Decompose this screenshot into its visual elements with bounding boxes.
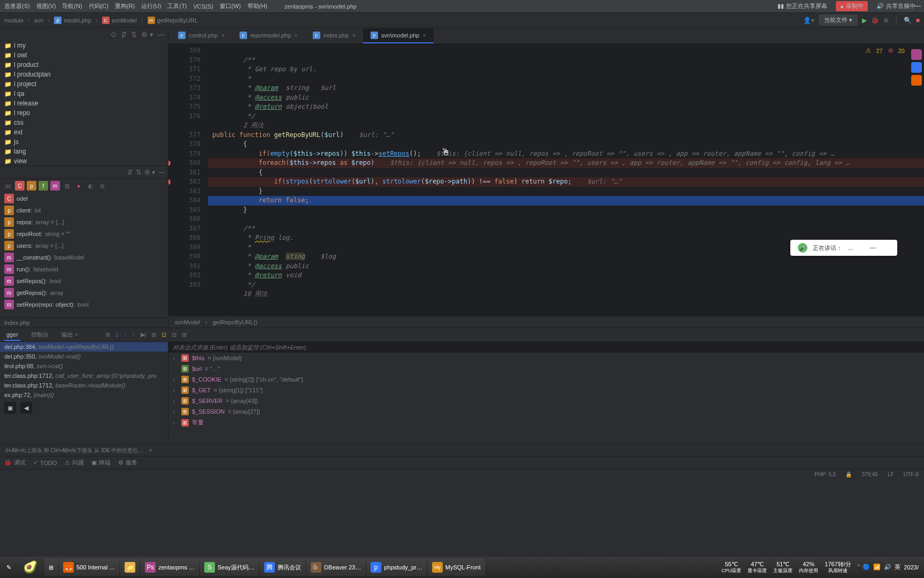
app-icon[interactable]: 🥑	[17, 558, 43, 576]
settings-icon[interactable]: ⚙ ▾	[141, 31, 153, 39]
hide-icon[interactable]: —	[158, 31, 165, 39]
volume-icon[interactable]: 🔊	[884, 564, 891, 571]
line-ending[interactable]: LF	[888, 471, 894, 477]
variables-panel[interactable]: ›⊞$this = {svnModel} ⊞$url = "…" ›⊞$_COO…	[168, 342, 924, 444]
breakpoint-icon[interactable]	[168, 161, 171, 166]
eval-icon[interactable]: ⊞	[151, 331, 156, 338]
sort-alpha-icon[interactable]: az	[3, 181, 13, 191]
user-icon[interactable]: 👤▾	[803, 17, 814, 24]
taskbar-search[interactable]: ✎	[2, 559, 16, 576]
tree-folder[interactable]: js	[0, 137, 168, 147]
gutter[interactable]: 3693703713723733743753763773783793803813…	[168, 44, 208, 316]
speaking-indicator[interactable]: 🎤 正在讲话：… •••	[790, 240, 897, 256]
menu-view[interactable]: 视图(V)	[36, 2, 56, 10]
taskbar-app[interactable]: 🦫DBeaver 23…	[306, 559, 365, 576]
close-icon[interactable]: ×	[294, 32, 297, 39]
step-into-icon[interactable]: ↓	[124, 331, 127, 338]
problems-tool-tab[interactable]: ⚠问题	[65, 459, 84, 467]
menu-help[interactable]: 帮助(H)	[248, 2, 267, 10]
filter-property-icon[interactable]: p	[27, 181, 36, 191]
tree-folder[interactable]: l release	[0, 98, 168, 108]
toolbar-icon[interactable]: ⊞	[182, 331, 187, 338]
tree-folder[interactable]: css	[0, 118, 168, 127]
tree-folder[interactable]: lang	[0, 147, 168, 156]
chrome-icon[interactable]	[911, 62, 922, 73]
debug-button[interactable]: 🐞	[871, 17, 879, 24]
variable-row[interactable]: ›⊞$_SERVER = {array[43]}	[168, 396, 924, 406]
expand-icon[interactable]: ⇵	[121, 31, 127, 39]
taskbar-app[interactable]: pphpstudy_pr…	[366, 559, 427, 576]
project-tree[interactable]: l my l owt l product l productplan l pro…	[0, 41, 168, 165]
menu-navigate[interactable]: 导航(N)	[62, 2, 82, 10]
cursor-position[interactable]: 379:45	[861, 471, 878, 477]
variable-row[interactable]: ›⊞$_GET = {string[1]} ["111"]	[168, 385, 924, 396]
close-icon[interactable]: ×	[352, 32, 355, 39]
editor-tab-active[interactable]: psvn\model.php×	[363, 28, 434, 43]
menu-vcs[interactable]: VCS(S)	[194, 3, 213, 10]
minimize-button[interactable]: —	[913, 1, 921, 10]
stack-frame[interactable]: del.php:350, svnModel->cat()	[0, 352, 168, 361]
tree-folder[interactable]: l product	[0, 60, 168, 70]
close-icon[interactable]: ×	[149, 447, 152, 453]
breadcrumb-item[interactable]: module	[4, 17, 24, 24]
structure-property[interactable]: prepos: array = [...]	[0, 216, 168, 228]
tree-folder[interactable]: l qa	[0, 89, 168, 98]
step-over-icon[interactable]: ⤵	[116, 331, 119, 338]
menu-selector[interactable]: 选查器(S)	[4, 2, 30, 10]
coverage-button[interactable]: ⊕	[883, 17, 889, 24]
structure-property[interactable]: pusers: array = [...]	[0, 240, 168, 252]
menu-code[interactable]: 代码(C)	[89, 2, 109, 10]
structure-list[interactable]: Codel pclient: int prepos: array = [...]…	[0, 193, 168, 317]
filter-icon[interactable]: ▧	[62, 181, 72, 191]
sort-icon[interactable]: ⇵	[127, 169, 133, 176]
settings-icon[interactable]: ⚙ ▾	[144, 169, 155, 176]
taskbar-app[interactable]: 🦊500 Internal …	[59, 559, 119, 576]
variable-row[interactable]: ⊞$url = "…"	[168, 363, 924, 374]
stop-icon[interactable]: ■	[916, 17, 920, 24]
filter-method-icon[interactable]: m	[50, 181, 60, 191]
structure-method[interactable]: msetRepo(repo: object): bool	[0, 299, 168, 310]
run-config-selector[interactable]: 当前文件 ▾	[819, 14, 858, 26]
filter-icon[interactable]: ◐	[86, 181, 95, 191]
wifi-icon[interactable]: 📶	[873, 564, 881, 571]
code-content[interactable]: /** * Get repo by url. * * @param string…	[208, 44, 924, 316]
close-icon[interactable]: ×	[422, 32, 426, 39]
debug-tool-tab[interactable]: 🐞调试	[4, 459, 26, 467]
variable-row[interactable]: ›⊞$_COOKIE = {string[2]} ["zh-cn", "defa…	[168, 374, 924, 385]
recording-indicator[interactable]: ●录制中	[836, 1, 868, 11]
collapse-icon[interactable]: ⇅	[131, 31, 137, 39]
search-button[interactable]: 🔍	[904, 17, 912, 24]
breadcrumb-element[interactable]: getRepoByURL()	[213, 319, 258, 325]
services-tool-tab[interactable]: ⚙服务	[118, 459, 137, 467]
structure-method[interactable]: m__construct() !baseModel	[0, 252, 168, 263]
tree-folder[interactable]: l productplan	[0, 70, 168, 79]
breadcrumb-item[interactable]: svn	[34, 17, 43, 24]
more-run-icon[interactable]: ⋮	[893, 17, 899, 24]
hide-icon[interactable]: —	[158, 169, 165, 176]
menu-refactor[interactable]: 重构(R)	[115, 2, 135, 10]
editor-tab[interactable]: pcontrol.php×	[171, 28, 232, 43]
tree-folder[interactable]: l owt	[0, 50, 168, 60]
breadcrumb-item[interactable]: model.php	[64, 17, 91, 24]
breadcrumb-item[interactable]: svnModel	[112, 17, 137, 24]
tree-folder[interactable]: view	[0, 156, 168, 165]
code-editor[interactable]: ⚠27 ⊘20 ∧∨ 36937037137237337437537637737…	[168, 44, 924, 316]
taskbar-app[interactable]: 📁	[120, 559, 140, 576]
stack-frame[interactable]: itrol.php:88, svn->cat()	[0, 361, 168, 371]
taskbar-app[interactable]: SSeay源代码…	[200, 559, 259, 576]
stack-frame[interactable]: del.php:384, svnModel->getRepoByURL()	[0, 342, 168, 352]
stack-frame[interactable]: ter.class.php:1712, baseRouter->loadModu…	[0, 381, 168, 390]
terminal-tool-tab[interactable]: ▣终端	[91, 459, 111, 467]
clock[interactable]: 2023/	[904, 564, 919, 571]
run-cursor-icon[interactable]: ▶|	[141, 331, 147, 338]
share-audio-indicator[interactable]: 🔊共享音频中	[872, 1, 920, 11]
tree-folder[interactable]: l repo	[0, 108, 168, 118]
firefox-icon[interactable]	[911, 75, 922, 86]
run-button[interactable]: ▶	[862, 17, 867, 24]
task-view-button[interactable]: ⊞	[44, 559, 58, 576]
step-out-icon[interactable]: ↑	[132, 331, 135, 338]
breadcrumb-element[interactable]: svnModel	[175, 319, 200, 325]
structure-method[interactable]: mgetRepos(): array	[0, 287, 168, 299]
step-back-icon[interactable]: ◀	[20, 402, 32, 414]
structure-property[interactable]: prepoRoot: string = ""	[0, 228, 168, 240]
